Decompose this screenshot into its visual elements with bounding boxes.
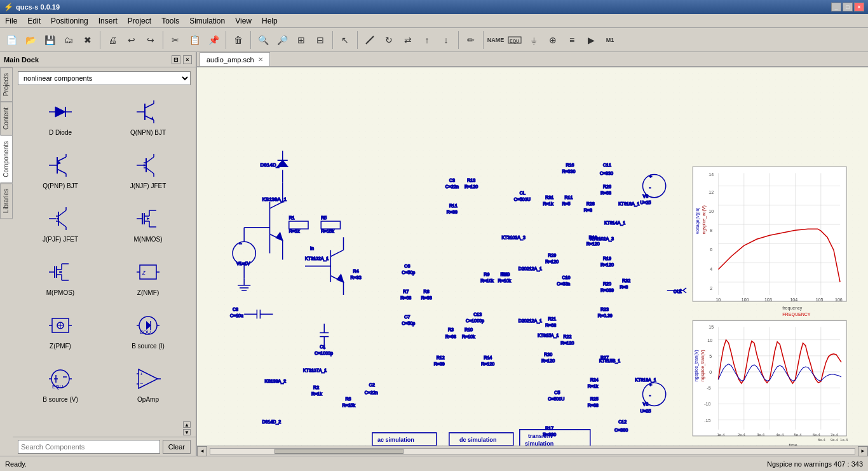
svg-text:C10: C10 [562,275,570,280]
tb-open[interactable]: 📂 [22,31,39,49]
tb-delete[interactable]: 🗑 [229,31,247,49]
svg-text:R24: R24 [590,378,599,382]
tb-redo[interactable]: ↪ [142,31,159,49]
tb-save[interactable]: 💾 [41,31,58,49]
maximize-button[interactable]: □ [843,3,853,11]
tb-move-up[interactable]: ↑ [418,31,436,49]
tb-m1[interactable]: M1 [601,31,619,49]
svg-text:R=15k: R=15k [342,403,355,407]
sidebar-item-content[interactable]: Content [0,102,13,135]
menu-edit[interactable]: Edit [22,14,46,27]
qpnp-bjt-icon [44,149,76,181]
menu-positioning[interactable]: Positioning [46,14,93,27]
menu-file[interactable]: File [0,14,22,27]
svg-text:CL: CL [520,191,526,195]
tb-save-all[interactable]: 🗂 [60,31,78,49]
scroll-right-arrow[interactable]: ► [858,446,868,456]
svg-text:C=500U: C=500U [514,197,531,201]
component-category-dropdown[interactable]: nonlinear components lumped components s… [18,71,191,85]
list-item[interactable]: + − OpAmp [105,357,191,408]
tb-copy[interactable]: 📋 [186,31,203,49]
tb-mirror[interactable]: ⇄ [399,31,417,49]
znmf-icon: z [132,256,164,288]
tb-cut[interactable]: ✂ [166,31,184,49]
search-input[interactable] [18,440,160,454]
dock-controls[interactable]: ⊡ × [172,55,192,64]
list-item[interactable]: Z(PMF) [18,304,103,355]
bsource-i-icon: EQU [132,310,164,341]
svg-text:-: - [649,184,651,190]
minimize-button[interactable]: _ [831,3,841,11]
tb-pencil[interactable]: ✏ [462,31,480,49]
tb-zoom-fit[interactable]: ⊞ [292,31,310,49]
tab-bar: audio_amp.sch ✕ [197,52,868,67]
tb-value[interactable]: EQU [506,31,524,49]
dock-close-button[interactable]: × [183,55,192,64]
tb-new[interactable]: 📄 [3,31,20,49]
svg-text:6: 6 [710,247,712,252]
svg-marker-49 [147,217,149,220]
scroll-track[interactable] [210,448,855,454]
zpmf-icon [44,310,76,341]
list-item[interactable]: J(NJF) JFET [105,144,191,195]
tb-zoom-schematic[interactable]: ⊟ [311,31,329,49]
tb-wire[interactable] [361,31,379,49]
menu-tools[interactable]: Tools [156,14,184,27]
menu-help[interactable]: Help [257,14,283,27]
tb-zoom-out[interactable]: 🔎 [273,31,291,49]
list-item[interactable]: Q(PNP) BJT [18,144,103,195]
tb-undo[interactable]: ↩ [123,31,140,49]
svg-text:KT3107A_1: KT3107A_1 [303,368,327,373]
scroll-down-button[interactable]: ▼ [183,429,191,435]
menu-simulation[interactable]: Simulation [184,14,230,27]
tb-select[interactable]: ↖ [336,31,354,49]
sidebar-item-projects[interactable]: Projects [0,67,13,102]
svg-text:R3: R3 [448,327,454,332]
tab-close-icon[interactable]: ✕ [258,56,263,63]
canvas-container[interactable]: ~ V1=1V KS139A [197,67,868,446]
list-item[interactable]: EQU B source (V) [18,357,103,408]
svg-text:voltage(V)[in]: voltage(V)[in] [695,208,700,235]
svg-text:1e-4: 1e-4 [717,433,725,437]
tb-zoom-in[interactable]: 🔍 [254,31,272,49]
tb-port[interactable]: ⊕ [544,31,562,49]
menu-view[interactable]: View [230,14,257,27]
close-button[interactable]: × [854,3,864,11]
tb-netlist[interactable]: ≡ [563,31,581,49]
list-item[interactable]: J(PJF) JFET [18,197,103,248]
titlebar-controls[interactable]: _ □ × [831,3,864,11]
sidebar-item-components[interactable]: Components [0,135,13,183]
tb-name[interactable]: NAME [487,31,505,49]
sidebar-item-libraries[interactable]: Libraries [0,183,13,219]
d-diode-label: D Diode [49,129,72,136]
list-item[interactable]: M(PMOS) [18,250,103,301]
list-item[interactable]: Q(NPN) BJT [105,90,191,141]
scroll-up-button[interactable]: ▲ [183,421,191,428]
tb-move-down[interactable]: ↓ [437,31,455,49]
list-item[interactable]: z Z(NMF) [105,250,191,301]
list-item[interactable]: D Diode [18,90,103,141]
tb-simulate[interactable]: ▶ [582,31,600,49]
tb-ground[interactable]: ⏚ [525,31,543,49]
svg-text:15: 15 [709,325,714,329]
menu-insert[interactable]: Insert [93,14,123,27]
tab-audio-amp[interactable]: audio_amp.sch ✕ [200,52,270,66]
svg-text:8e-4: 8e-4 [818,438,826,442]
scroll-left-arrow[interactable]: ◄ [197,446,207,456]
svg-text:R=68: R=68 [600,191,611,195]
svg-text:FREQUENCY: FREQUENCY [782,312,811,317]
menu-project[interactable]: Project [123,14,156,27]
scroll-buttons[interactable]: ▲ ▼ [183,421,191,435]
tb-print[interactable]: 🖨 [104,31,121,49]
list-item[interactable]: M(NMOS) [105,197,191,248]
tb-paste[interactable]: 📌 [205,31,222,49]
scroll-thumb[interactable] [275,449,403,454]
tb-rotate[interactable]: ↻ [380,31,398,49]
jnjf-jfet-label: J(NJF) JFET [130,182,166,189]
tb-close[interactable]: ✖ [79,31,97,49]
svg-text:R4: R4 [353,269,359,273]
clear-button[interactable]: Clear [163,440,191,454]
dock-float-button[interactable]: ⊡ [172,55,180,64]
list-item[interactable]: EQU B source (I) [105,304,191,355]
horizontal-scrollbar[interactable]: ◄ ► [197,446,868,456]
